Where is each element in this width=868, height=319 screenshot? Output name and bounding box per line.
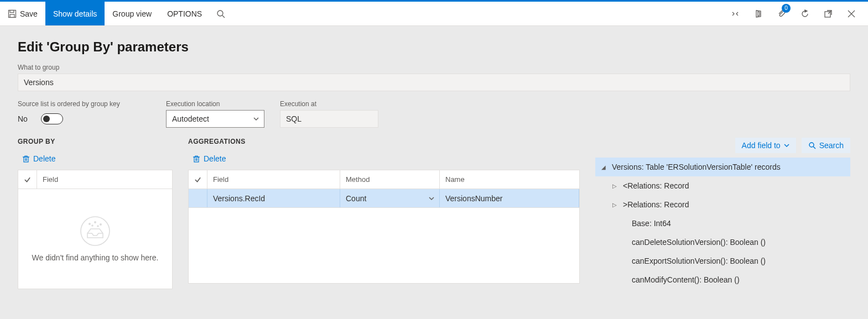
empty-state: We didn't find anything to show here.	[18, 189, 172, 289]
groupby-delete-button[interactable]: Delete	[18, 151, 60, 166]
toolbar-search-button[interactable]	[210, 2, 232, 26]
options-button[interactable]: OPTIONS	[159, 2, 210, 25]
save-label: Save	[20, 9, 38, 18]
svg-point-3	[217, 11, 223, 16]
agg-col-name[interactable]: Name	[440, 170, 579, 189]
svg-rect-1	[10, 10, 14, 12]
chevron-down-icon	[428, 195, 435, 202]
what-to-group-field: What to group	[18, 64, 850, 91]
expander-collapsed-icon[interactable]: ▷	[611, 202, 618, 208]
search-icon	[216, 9, 225, 18]
connector-icon	[731, 9, 740, 18]
agg-actions: Delete	[188, 151, 580, 166]
svg-point-15	[92, 225, 93, 226]
search-label: Search	[819, 141, 844, 150]
connector-button[interactable]	[724, 2, 746, 26]
close-icon	[848, 10, 855, 18]
office-button[interactable]	[747, 2, 770, 26]
tree-toolbar: Add field to Search	[595, 138, 850, 153]
tree-node[interactable]: ▷ >Relations: Record	[595, 195, 850, 214]
trash-icon	[22, 155, 30, 163]
page-title: Edit 'Group By' parameters	[18, 39, 850, 55]
tree-node[interactable]: canModifyContent(): Boolean ()	[595, 270, 850, 289]
tree-node[interactable]: canExportSolutionVersion(): Boolean ()	[595, 252, 850, 270]
ordered-by-key-field: Source list is ordered by group key No	[18, 100, 150, 128]
show-details-button[interactable]: Show details	[45, 2, 105, 25]
attachment-badge: 0	[782, 4, 791, 13]
exec-location-select[interactable]: Autodetect	[166, 110, 264, 128]
agg-row-field[interactable]: Versions.RecId	[207, 189, 340, 207]
exec-at-label: Execution at	[280, 100, 378, 108]
aggregations-section: AGGREGATIONS Delete Field Method Name	[188, 138, 580, 289]
groupby-select-all[interactable]	[18, 170, 37, 189]
agg-delete-button[interactable]: Delete	[188, 151, 230, 166]
groupby-col-field[interactable]: Field	[37, 170, 172, 189]
group-view-button[interactable]: Group view	[105, 2, 159, 25]
svg-point-14	[100, 224, 101, 225]
svg-rect-17	[194, 157, 199, 162]
agg-col-method[interactable]: Method	[340, 170, 440, 189]
options-row: Source list is ordered by group key No E…	[18, 100, 850, 128]
tree-node-label: canExportSolutionVersion(): Boolean ()	[632, 257, 766, 265]
tree-root-label: Versions: Table 'ERSolutionVersionTable'…	[612, 163, 781, 171]
agg-row-checkbox[interactable]	[189, 189, 207, 207]
toggle-knob	[43, 116, 50, 122]
tree-node-label: canModifyContent(): Boolean ()	[632, 275, 740, 284]
tree-node-label: canDeleteSolutionVersion(): Boolean ()	[632, 238, 766, 247]
agg-select-all[interactable]	[189, 170, 207, 189]
svg-rect-8	[24, 157, 28, 162]
exec-at-value: SQL	[280, 110, 378, 128]
toolbar-spacer	[232, 2, 724, 25]
tree-search-button[interactable]: Search	[802, 138, 850, 153]
refresh-icon	[801, 9, 809, 18]
chevron-down-icon	[253, 116, 259, 122]
groupby-heading: GROUP BY	[18, 138, 173, 145]
tree-node-label: Base: Int64	[632, 219, 671, 228]
exec-location-label: Execution location	[166, 100, 264, 108]
svg-point-16	[97, 226, 98, 227]
what-to-group-input[interactable]	[18, 74, 850, 91]
svg-rect-2	[10, 14, 14, 18]
tree-node-label: <Relations: Record	[623, 181, 689, 190]
empty-text: We didn't find anything to show here.	[32, 253, 159, 262]
agg-grid-header: Field Method Name	[189, 170, 579, 189]
svg-point-11	[81, 217, 110, 245]
tree-node[interactable]: Base: Int64	[595, 214, 850, 233]
refresh-button[interactable]	[794, 2, 816, 26]
groupby-section: GROUP BY Delete Field	[18, 138, 173, 289]
save-button[interactable]: Save	[0, 2, 45, 25]
toolbar-right-group: 0	[724, 2, 868, 25]
agg-heading: AGGREGATIONS	[188, 138, 580, 145]
tree-node[interactable]: canDeleteSolutionVersion(): Boolean ()	[595, 233, 850, 252]
svg-point-20	[809, 143, 814, 147]
sections-row: GROUP BY Delete Field	[18, 138, 850, 289]
popout-button[interactable]	[817, 2, 839, 26]
tree-node-label: >Relations: Record	[623, 200, 689, 209]
add-field-to-button[interactable]: Add field to	[735, 138, 796, 153]
options-label: OPTIONS	[167, 9, 202, 18]
attachments-button[interactable]: 0	[771, 2, 793, 26]
expander-expanded-icon[interactable]: ◢	[600, 164, 607, 170]
agg-row[interactable]: Versions.RecId Count VersionsNumber	[189, 189, 579, 208]
add-field-label: Add field to	[742, 141, 781, 150]
groupby-actions: Delete	[18, 151, 173, 166]
toolbar-left-group: Save Show details Group view OPTIONS	[0, 2, 232, 25]
svg-point-13	[95, 222, 96, 223]
office-icon	[754, 9, 763, 18]
close-button[interactable]	[840, 2, 862, 26]
check-icon	[194, 176, 201, 184]
svg-line-4	[222, 15, 225, 18]
chevron-down-icon	[784, 143, 789, 148]
groupby-delete-label: Delete	[33, 154, 55, 163]
ordered-by-key-toggle[interactable]	[41, 113, 63, 124]
expander-collapsed-icon[interactable]: ▷	[611, 183, 618, 189]
agg-row-name[interactable]: VersionsNumber	[440, 189, 579, 207]
agg-col-field[interactable]: Field	[207, 170, 340, 189]
popout-icon	[824, 9, 833, 18]
agg-row-method[interactable]: Count	[340, 189, 440, 207]
tree-root-node[interactable]: ◢ Versions: Table 'ERSolutionVersionTabl…	[595, 158, 850, 176]
empty-box-icon	[80, 216, 111, 247]
tree-node[interactable]: ▷ <Relations: Record	[595, 176, 850, 195]
data-tree: ◢ Versions: Table 'ERSolutionVersionTabl…	[595, 158, 850, 289]
search-icon	[808, 142, 816, 149]
